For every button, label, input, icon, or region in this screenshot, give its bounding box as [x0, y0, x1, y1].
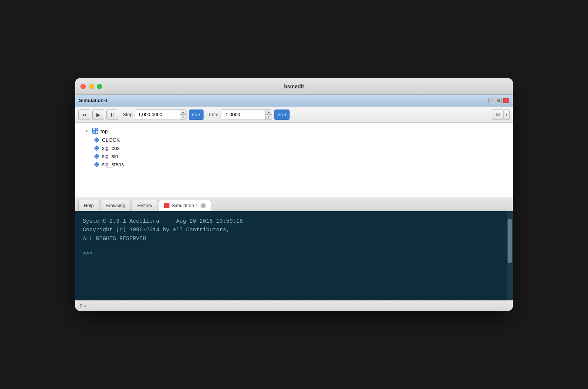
tree-label-sig-sin: sig_sin	[102, 153, 118, 159]
total-unit-text: ns	[278, 112, 283, 117]
tab-history-label: History	[137, 203, 152, 208]
pause-button[interactable]: ⏸	[106, 109, 118, 120]
tree-label-sig-cos: sig_cos	[102, 145, 119, 151]
console-scrollbar[interactable]	[507, 211, 513, 300]
total-decrement-button[interactable]: ▼	[266, 115, 272, 120]
console-line-3: ALL RIGHTS RESERVED	[83, 235, 505, 243]
console-line-1: SystemC 2.3.1-Accellera --- Aug 26 2018 …	[83, 217, 505, 226]
simulation-title: Simulation-1	[79, 98, 108, 103]
total-label: Total	[208, 112, 218, 117]
svg-rect-3	[96, 128, 98, 130]
gear-dropdown-button[interactable]: ▾	[504, 109, 510, 120]
step-decrement-button[interactable]: ▼	[180, 115, 186, 120]
tab-simulation1[interactable]: Simulation-1 ✕	[159, 200, 211, 211]
gear-icon: ⚙	[495, 111, 501, 118]
tree-arrow-icon: ▾	[86, 129, 90, 134]
svg-rect-4	[93, 131, 95, 133]
status-text: 0 s	[80, 303, 86, 308]
minimize-button[interactable]	[89, 84, 94, 89]
prompt-text: >>>	[83, 251, 93, 257]
play-icon: ▶	[96, 112, 100, 118]
sim-restore-button[interactable]: ⊡	[496, 98, 502, 103]
gear-button[interactable]: ⚙	[492, 109, 504, 120]
tab-help[interactable]: Help	[78, 200, 99, 211]
main-window: bsmedit Simulation-1 — ⊡ ✕ ⏮ ▶ ⏸ Step ▲ …	[75, 78, 513, 311]
sim-minimize-button[interactable]: —	[488, 98, 494, 103]
toolbar: ⏮ ▶ ⏸ Step ▲ ▼ ns ▾ Total ▲ ▼	[75, 107, 513, 123]
status-bar: 0 s	[75, 300, 513, 311]
total-increment-button[interactable]: ▲	[266, 109, 272, 115]
tab-browsing-label: Browsing	[106, 203, 125, 208]
close-icon: ✕	[202, 204, 205, 207]
window-title: bsmedit	[284, 84, 304, 89]
sim-close-button[interactable]: ✕	[503, 98, 509, 103]
step-increment-button[interactable]: ▲	[180, 109, 186, 115]
signal-icon-clock	[94, 137, 100, 143]
skip-back-icon: ⏮	[82, 112, 87, 118]
total-input[interactable]	[221, 110, 265, 120]
svg-rect-2	[96, 131, 98, 133]
simulation-color-indicator	[164, 203, 169, 208]
tree-root-label: top	[100, 128, 108, 134]
total-unit-chevron-icon: ▾	[284, 113, 286, 117]
pause-icon: ⏸	[110, 112, 115, 118]
tree-panel: ▾ top CLOCK	[75, 123, 513, 197]
tree-item-top[interactable]: ▾ top	[75, 127, 513, 136]
tab-help-label: Help	[84, 203, 94, 208]
tab-bar: Help Browsing History Simulation-1 ✕	[75, 197, 513, 211]
signal-icon-sig-cos	[94, 145, 100, 151]
console-prompt: >>>	[83, 251, 505, 257]
svg-rect-1	[93, 128, 95, 130]
maximize-button[interactable]	[97, 84, 102, 89]
tab-simulation1-label: Simulation-1	[172, 203, 198, 208]
console-scroll-thumb[interactable]	[508, 219, 512, 263]
total-input-wrap: ▲ ▼	[221, 109, 272, 120]
signal-icon-sig-steps	[94, 161, 100, 167]
tab-history[interactable]: History	[132, 200, 158, 211]
step-unit-chevron-icon: ▾	[198, 113, 200, 117]
step-unit-select[interactable]: ns ▾	[189, 109, 204, 120]
tree-item-sig-sin[interactable]: sig_sin	[75, 152, 513, 160]
simulation-bar: Simulation-1 — ⊡ ✕	[75, 95, 513, 107]
skip-back-button[interactable]: ⏮	[78, 109, 90, 120]
tree-item-sig-cos[interactable]: sig_cos	[75, 144, 513, 152]
play-button[interactable]: ▶	[92, 109, 104, 120]
module-icon	[92, 128, 98, 135]
console-line-2: Copyright (c) 1996-2014 by all Contribut…	[83, 226, 505, 234]
window-controls	[80, 84, 102, 89]
step-label: Step	[123, 112, 133, 117]
step-input-wrap: ▲ ▼	[135, 109, 186, 120]
step-unit-text: ns	[192, 112, 197, 117]
tab-simulation1-close-button[interactable]: ✕	[201, 203, 206, 208]
title-bar: bsmedit	[75, 78, 513, 95]
sim-bar-controls: — ⊡ ✕	[488, 98, 509, 103]
tab-browsing[interactable]: Browsing	[100, 200, 131, 211]
signal-icon-sig-sin	[94, 153, 100, 159]
tree-label-clock: CLOCK	[102, 137, 120, 143]
total-spinner: ▲ ▼	[265, 109, 272, 120]
total-unit-select[interactable]: ns ▾	[274, 109, 290, 120]
tree-label-sig-steps: sig_steps	[102, 161, 124, 167]
tree-item-sig-steps[interactable]: sig_steps	[75, 160, 513, 169]
gear-chevron-icon: ▾	[506, 113, 508, 117]
close-button[interactable]	[80, 84, 86, 89]
console-panel[interactable]: SystemC 2.3.1-Accellera --- Aug 26 2018 …	[75, 211, 513, 300]
tree-item-clock[interactable]: CLOCK	[75, 136, 513, 144]
step-input[interactable]	[135, 110, 180, 120]
step-spinner: ▲ ▼	[180, 109, 186, 120]
